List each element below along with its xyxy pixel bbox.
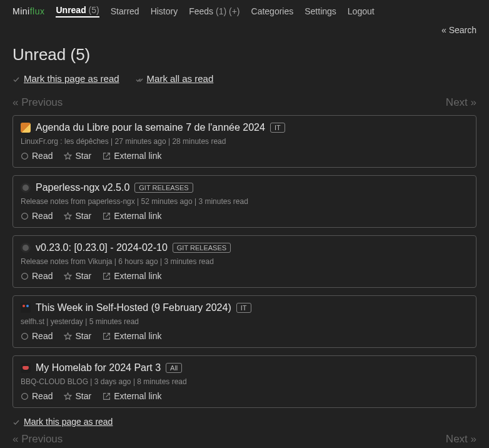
nav-feeds[interactable]: Feeds (1) (+) [189, 6, 239, 16]
entry-actions: ReadStarExternal link [21, 271, 468, 281]
star-icon [64, 212, 72, 220]
circle-icon [21, 392, 29, 400]
read-action[interactable]: Read [21, 391, 53, 401]
entry-feed-link[interactable]: selfh.st [21, 317, 44, 326]
nav-logout[interactable]: Logout [348, 6, 375, 16]
check-icon [13, 76, 20, 83]
external-link-icon [103, 212, 111, 220]
star-icon [64, 332, 72, 340]
nav-feeds-label: Feeds [189, 6, 213, 16]
entry-title-link[interactable]: v0.23.0: [0.23.0] - 2024-02-10 [36, 242, 168, 253]
star-action[interactable]: Star [64, 271, 91, 281]
bottom-actions: Mark this page as read [13, 417, 476, 427]
pager-top: « Previous Next » [13, 96, 476, 109]
svg-point-4 [22, 273, 28, 279]
nav-categories[interactable]: Categories [251, 6, 294, 16]
pager-prev: « Previous [13, 96, 63, 109]
nav-starred[interactable]: Starred [111, 6, 139, 16]
brand[interactable]: Miniflux [13, 6, 44, 16]
entry-readtime: 5 minutes read [89, 317, 139, 326]
nav-unread-count: (5) [89, 5, 99, 15]
read-action[interactable]: Read [21, 331, 53, 341]
entry: My Homelab for 2024 Part 3AllBBQ-CLOUD B… [13, 355, 476, 408]
entry-title-row: Agenda du Libre pour la semaine 7 de l'a… [21, 122, 468, 133]
entry-time: 27 minutes ago [115, 137, 166, 146]
nav-unread-label: Unread [56, 5, 86, 15]
external-link-action[interactable]: External link [103, 331, 161, 341]
entry-title-link[interactable]: Paperless-ngx v2.5.0 [36, 182, 129, 193]
entry-readtime: 8 minutes read [137, 377, 186, 386]
entry-title-link[interactable]: This Week in Self-Hosted (9 February 202… [36, 302, 231, 313]
mark-all-as-read[interactable]: Mark all as read [136, 73, 214, 84]
nav-unread[interactable]: Unread (5) [56, 5, 99, 18]
search-row: « Search [0, 23, 489, 35]
entry-meta: Release notes from paperless-ngx | 52 mi… [21, 197, 468, 206]
page-title: Unread (5) [13, 45, 476, 64]
entry-meta: Release notes from Vikunja | 6 hours ago… [21, 257, 468, 266]
entry-actions: ReadStarExternal link [21, 151, 468, 161]
entry: Agenda du Libre pour la semaine 7 de l'a… [13, 115, 476, 168]
category-tag[interactable]: All [166, 363, 182, 373]
entry: This Week in Self-Hosted (9 February 202… [13, 295, 476, 348]
entry-feed-link[interactable]: LinuxFr.org : les dépêches [21, 137, 109, 146]
external-link-action[interactable]: External link [103, 271, 161, 281]
entry-title-row: Paperless-ngx v2.5.0GIT RELEASES [21, 182, 468, 193]
category-tag[interactable]: GIT RELEASES [173, 243, 231, 253]
external-link-icon [103, 152, 111, 160]
entry-time: 52 minutes ago [141, 197, 193, 206]
external-link-action[interactable]: External link [103, 151, 161, 161]
search-toggle[interactable]: « Search [441, 25, 476, 35]
nav-feeds-count: (1) [216, 6, 226, 16]
entry-time: 3 days ago [94, 377, 131, 386]
nav-feeds-plus[interactable]: (+) [229, 6, 240, 16]
feed-favicon [21, 363, 31, 373]
external-link-action[interactable]: External link [103, 391, 161, 401]
entry-actions: ReadStarExternal link [21, 331, 468, 341]
read-action[interactable]: Read [21, 211, 53, 221]
svg-marker-5 [65, 273, 72, 279]
entry-title-link[interactable]: My Homelab for 2024 Part 3 [36, 362, 161, 374]
entry-time: 6 hours ago [118, 257, 158, 266]
read-action[interactable]: Read [21, 151, 53, 161]
nav-settings[interactable]: Settings [305, 6, 336, 16]
star-action[interactable]: Star [64, 331, 91, 341]
entry-feed-link[interactable]: Release notes from Vikunja [21, 257, 113, 266]
feed-favicon [21, 123, 31, 133]
mark-page-as-read-bottom[interactable]: Mark this page as read [13, 417, 113, 427]
category-tag[interactable]: IT [236, 303, 251, 313]
main: Unread (5) Mark this page as read Mark a… [0, 35, 489, 448]
feed-favicon [21, 303, 31, 313]
entry-actions: ReadStarExternal link [21, 211, 468, 221]
brand-flux: flux [30, 6, 45, 16]
mark-page-as-read[interactable]: Mark this page as read [13, 73, 119, 84]
external-link-action[interactable]: External link [103, 211, 161, 221]
entry-title-link[interactable]: Agenda du Libre pour la semaine 7 de l'a… [36, 122, 265, 133]
circle-icon [21, 332, 29, 340]
svg-marker-9 [65, 393, 72, 399]
star-icon [64, 152, 72, 160]
check-icon [13, 419, 20, 426]
brand-mini: Mini [13, 6, 30, 16]
entry-title-row: This Week in Self-Hosted (9 February 202… [21, 302, 468, 313]
star-action[interactable]: Star [64, 391, 91, 401]
star-icon [64, 272, 72, 280]
top-nav: Miniflux Unread (5) Starred History Feed… [0, 0, 489, 23]
pager-prev: « Previous [13, 433, 63, 445]
svg-point-8 [22, 393, 28, 399]
read-action[interactable]: Read [21, 271, 53, 281]
nav-history[interactable]: History [151, 6, 178, 16]
top-actions: Mark this page as read Mark all as read [13, 73, 476, 84]
feed-favicon [21, 243, 31, 253]
category-tag[interactable]: GIT RELEASES [134, 183, 193, 193]
star-icon [64, 392, 72, 400]
category-tag[interactable]: IT [270, 123, 285, 133]
feed-favicon [21, 183, 31, 193]
entry-meta: LinuxFr.org : les dépêches | 27 minutes … [21, 137, 468, 146]
entry-feed-link[interactable]: BBQ-CLOUD BLOG [21, 377, 88, 386]
star-action[interactable]: Star [64, 211, 91, 221]
svg-point-0 [22, 153, 28, 159]
entry-feed-link[interactable]: Release notes from paperless-ngx [21, 197, 135, 206]
star-action[interactable]: Star [64, 151, 91, 161]
svg-point-2 [22, 213, 28, 219]
pager-bottom: « Previous Next » [13, 433, 476, 445]
